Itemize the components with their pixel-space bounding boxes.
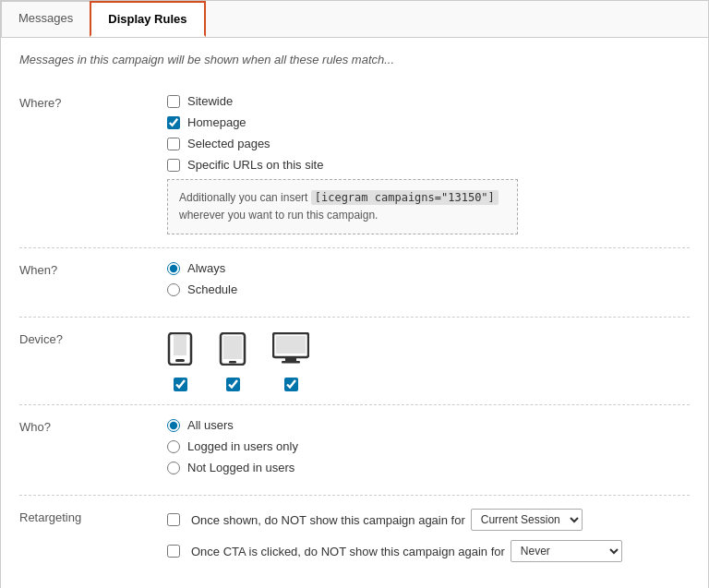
when-content: Always Schedule xyxy=(167,261,690,304)
where-row: Where? Sitewide Homepage Selected pages … xyxy=(19,81,690,248)
retargeting-select-line1[interactable]: Current Session Never 1 Day 1 Week 1 Mon… xyxy=(471,509,583,531)
svg-rect-4 xyxy=(223,336,242,359)
device-content xyxy=(167,330,690,391)
who-option-not-logged-in: Not Logged in users xyxy=(167,461,690,474)
where-label: Where? xyxy=(19,94,167,110)
desktop-icon xyxy=(272,332,309,372)
who-label: Who? xyxy=(19,418,167,434)
who-row: Who? All users Logged in users only Not … xyxy=(19,405,690,496)
shortcode-prefix: Additionally you can insert xyxy=(179,191,311,204)
who-option-logged-in: Logged in users only xyxy=(167,439,690,453)
when-radio-schedule[interactable] xyxy=(167,283,180,296)
device-checkbox-mobile[interactable] xyxy=(174,378,187,391)
device-item-desktop xyxy=(272,332,309,391)
svg-rect-8 xyxy=(285,358,296,361)
svg-rect-7 xyxy=(276,336,306,354)
where-option-specific-urls: Specific URLs on this site xyxy=(167,158,690,172)
retargeting-line2: Once CTA is clicked, do NOT show this ca… xyxy=(167,540,690,562)
device-label: Device? xyxy=(19,330,167,346)
content-area: Messages in this campaign will be shown … xyxy=(1,38,708,588)
tab-display-rules[interactable]: Display Rules xyxy=(90,1,205,37)
when-radio-always[interactable] xyxy=(167,262,180,275)
main-container: Messages Display Rules Messages in this … xyxy=(0,0,709,588)
svg-rect-2 xyxy=(174,335,186,355)
device-item-tablet xyxy=(219,332,246,391)
who-content: All users Logged in users only Not Logge… xyxy=(167,418,690,482)
retargeting-prefix-line1: Once shown, do NOT show this campaign ag… xyxy=(191,513,465,527)
svg-rect-9 xyxy=(282,361,300,364)
where-option-sitewide: Sitewide xyxy=(167,94,690,108)
when-row: When? Always Schedule xyxy=(19,248,690,318)
who-radio-all-users[interactable] xyxy=(167,419,180,432)
where-label-sitewide: Sitewide xyxy=(187,94,233,108)
retargeting-select-line2[interactable]: Never Current Session 1 Day 1 Week 1 Mon… xyxy=(511,540,622,562)
where-checkbox-specific-urls[interactable] xyxy=(167,159,180,172)
shortcode-code: [icegram campaigns="13150"] xyxy=(311,190,499,205)
who-label-all-users: All users xyxy=(187,418,234,432)
device-checkbox-tablet[interactable] xyxy=(226,378,240,391)
svg-rect-5 xyxy=(229,361,236,364)
where-label-specific-urls: Specific URLs on this site xyxy=(187,158,323,172)
when-option-schedule: Schedule xyxy=(167,282,690,296)
svg-rect-1 xyxy=(175,359,185,362)
device-row: Device? xyxy=(19,318,690,405)
retargeting-prefix-line2: Once CTA is clicked, do NOT show this ca… xyxy=(191,545,505,558)
retargeting-content: Once shown, do NOT show this campaign ag… xyxy=(167,509,690,571)
when-label-schedule: Schedule xyxy=(187,282,237,296)
mobile-icon xyxy=(167,332,193,372)
retargeting-checkbox-line2[interactable] xyxy=(167,545,180,558)
device-icons-row xyxy=(167,332,690,391)
when-option-always: Always xyxy=(167,261,690,275)
where-checkbox-selected-pages[interactable] xyxy=(167,138,180,150)
subtitle-text: Messages in this campaign will be shown … xyxy=(19,53,690,66)
device-checkbox-desktop[interactable] xyxy=(284,378,298,391)
device-item-mobile xyxy=(167,332,193,391)
shortcode-suffix: wherever you want to run this campaign. xyxy=(179,209,378,222)
when-label-always: Always xyxy=(187,261,225,275)
who-radio-logged-in[interactable] xyxy=(167,440,180,453)
who-option-all-users: All users xyxy=(167,418,690,432)
tablet-icon xyxy=(219,332,246,372)
tab-bar: Messages Display Rules xyxy=(1,1,708,38)
retargeting-line1: Once shown, do NOT show this campaign ag… xyxy=(167,509,690,531)
where-option-homepage: Homepage xyxy=(167,115,690,129)
where-label-selected-pages: Selected pages xyxy=(187,137,270,150)
retargeting-row: Retargeting Once shown, do NOT show this… xyxy=(19,496,690,584)
where-checkbox-homepage[interactable] xyxy=(167,116,180,129)
when-label: When? xyxy=(19,261,167,277)
where-label-homepage: Homepage xyxy=(187,115,246,129)
who-label-logged-in: Logged in users only xyxy=(187,439,298,453)
shortcode-box: Additionally you can insert [icegram cam… xyxy=(167,179,518,234)
who-label-not-logged-in: Not Logged in users xyxy=(187,461,294,474)
where-content: Sitewide Homepage Selected pages Specifi… xyxy=(167,94,690,234)
where-option-selected-pages: Selected pages xyxy=(167,137,690,150)
retargeting-checkbox-line1[interactable] xyxy=(167,513,180,526)
tab-messages[interactable]: Messages xyxy=(1,1,90,37)
where-checkbox-sitewide[interactable] xyxy=(167,95,180,108)
who-radio-not-logged-in[interactable] xyxy=(167,462,180,474)
retargeting-label: Retargeting xyxy=(19,509,167,524)
